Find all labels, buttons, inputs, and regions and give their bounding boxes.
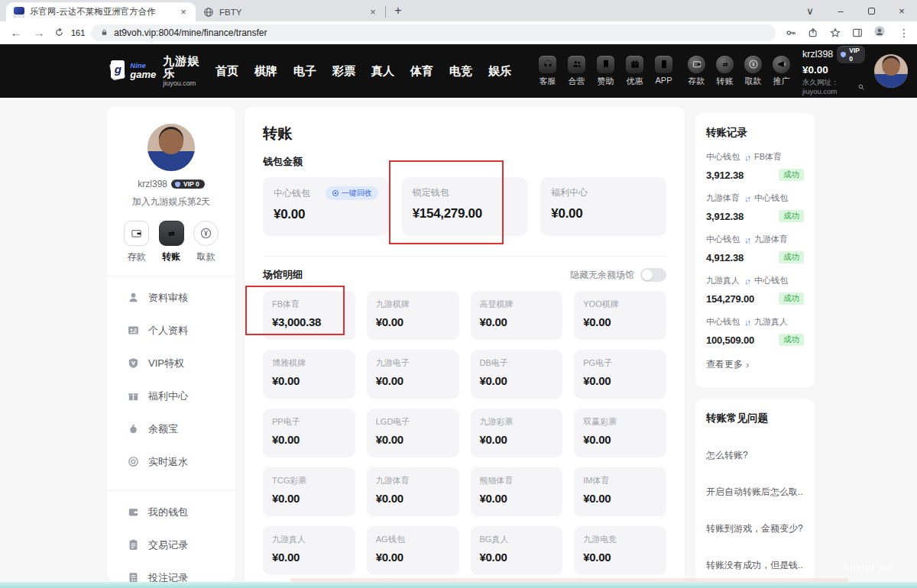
header-avatar[interactable] [874,54,908,88]
header-tool-spread[interactable]: 推广 [773,56,790,87]
venue-amount: ¥0.00 [480,433,554,446]
nav-item[interactable]: 体育 [410,64,433,79]
tab-close-icon[interactable]: × [177,6,190,18]
venue-card: 博雅棋牌¥0.00 [263,350,355,399]
venue-card: IM体育¥0.00 [574,467,666,516]
bookmark-star-icon[interactable] [829,27,841,39]
transfer-record: 中心钱包↓↑九游真人100,509.00成功 [706,316,804,346]
venue-name: IM体育 [583,475,657,486]
browser-profile-icon[interactable] [873,25,889,40]
faq-item[interactable]: 转账没有成功，但是钱... [706,559,804,572]
sidebar-item-vip[interactable]: VIP特权 [119,347,223,380]
browser-menu-icon[interactable]: ⋮ [899,27,906,39]
sidebar-item-rebate[interactable]: 实时返水 [119,445,223,478]
wallet-card-header: 福利中心 [551,186,656,199]
password-key-icon[interactable] [785,27,797,39]
share-icon[interactable] [807,27,819,39]
sidebar-item-audit[interactable]: 资料审核 [119,281,223,314]
venue-card: LGD电子¥0.00 [367,409,459,457]
tool-label: 取款 [745,76,762,87]
tab-close-icon[interactable]: × [367,6,379,18]
nav-item[interactable]: 首页 [215,64,238,79]
search-icon[interactable] [857,83,865,91]
browser-tab[interactable]: 乐官网-云达不莱梅亚洲官方合作× [6,2,196,21]
wallet-card: 福利中心¥0.00 [540,177,666,236]
view-more-link[interactable]: 查看更多› [706,358,804,371]
page-body: krzl398 VIP 0 加入九游娱乐第2天 存款转账取款 资料审核个人资料V… [0,98,917,588]
profile-avatar[interactable] [147,124,195,171]
vip-icon [127,357,140,370]
venue-grid: FB体育¥3,000.38九游棋牌¥0.00高登棋牌¥0.00YOO棋牌¥0.0… [263,291,666,588]
quick-action-deposit[interactable]: 存款 [124,221,149,263]
sidebar-item-trade[interactable]: 交易记录 [119,528,223,561]
back-icon[interactable]: ← [8,26,24,39]
quick-action-transfer[interactable]: 转账 [159,221,184,263]
hide-empty-toggle[interactable] [640,268,666,282]
new-tab-button[interactable]: + [389,2,407,20]
header-wallet-tools: 存款转账取款推广 [688,56,790,87]
venue-card: 双赢彩票¥0.00 [574,409,666,457]
venue-card: 九游电子¥0.00 [367,350,459,399]
permanent-url-note: 永久网址：jiuyou.com [802,78,855,96]
faq-item[interactable]: 转账到游戏，金额变少? [706,522,804,535]
header-tool-promo[interactable]: 优惠 [626,56,643,87]
venue-card: DB电子¥0.00 [471,350,563,399]
venue-name: 九游彩票 [480,416,554,428]
record-route: 中心钱包↓↑九游真人 [706,316,804,328]
venue-card: 九游棋牌¥0.00 [367,291,459,340]
transfer-arrows-icon: ↓↑ [744,153,750,162]
header-username: krzl398 [802,49,833,61]
status-badge: 成功 [779,292,804,305]
url-bar[interactable]: at9voh.vip:8004/mine/finance/transfer [91,24,776,41]
sidebar-item-idcard[interactable]: 个人资料 [119,314,223,347]
header-tool-sponsor[interactable]: 赞助 [597,56,614,87]
faq-title: 转账常见问题 [706,412,804,425]
header-tool-service[interactable]: 客服 [539,56,556,87]
sidebar-item-welfare[interactable]: 福利中心 [119,380,223,412]
window-minimize-icon[interactable]: – [825,0,856,21]
sidebar-item-wallet[interactable]: 我的钱包 [119,496,223,528]
nav-item[interactable]: 电竞 [449,64,472,79]
faq-item[interactable]: 怎么转账? [706,449,804,462]
sidebar-item-yuebao[interactable]: 余额宝 [119,412,223,445]
one-click-recycle-badge[interactable]: 一键回收 [326,186,378,200]
faq-item[interactable]: 开启自动转账后怎么取... [706,486,804,499]
sidebar-item-label: 个人资料 [148,324,188,338]
header-tool-partner[interactable]: 合营 [568,56,585,87]
screen: 乐官网-云达不莱梅亚洲官方合作×FBTY× + ∨ – × ← → 161 at… [0,0,917,588]
venue-name: 双赢彩票 [583,416,657,428]
side-panel-icon[interactable] [851,27,864,39]
venue-amount: ¥0.00 [480,551,554,564]
venue-card: 高登棋牌¥0.00 [471,291,563,340]
wallet-name: 锁定钱包 [413,186,449,199]
quick-action-withdraw[interactable]: 取款 [193,221,219,263]
nav-item[interactable]: 真人 [371,64,394,79]
site-logo[interactable]: Nine game 九游娱乐 jiuyou.com [111,55,200,88]
venue-amount: ¥0.00 [583,551,657,564]
window-menu-chevron-icon[interactable]: ∨ [795,0,825,21]
tool-label: 存款 [689,76,705,87]
venue-amount: ¥0.00 [480,492,554,505]
browser-tab[interactable]: FBTY× [196,2,385,21]
bottom-scrollbar[interactable] [0,582,917,588]
nav-item[interactable]: 棋牌 [254,64,277,79]
forward-icon[interactable]: → [31,26,47,39]
header-tool-transfer[interactable]: 转账 [716,56,734,87]
record-detail-row: 100,509.00成功 [706,334,804,346]
header-tool-withdraw[interactable]: 取款 [744,56,762,87]
withdraw-icon [193,221,219,246]
lock-icon [100,28,109,37]
window-restore-icon[interactable] [856,0,886,21]
nav-item[interactable]: 彩票 [332,64,355,79]
window-close-icon[interactable]: × [886,0,917,21]
record-to: 中心钱包 [754,192,788,204]
transfer-icon [159,221,184,246]
header-tool-app[interactable]: APP [655,56,672,87]
nav-item[interactable]: 娱乐 [488,64,511,79]
logo-cards-icon [111,60,125,81]
header-tool-deposit[interactable]: 存款 [688,56,705,87]
venue-card: AG钱包¥0.00 [367,526,459,575]
reload-icon[interactable] [53,27,65,38]
nav-item[interactable]: 电子 [293,64,316,79]
wallet-amount: ¥0.00 [551,206,656,221]
